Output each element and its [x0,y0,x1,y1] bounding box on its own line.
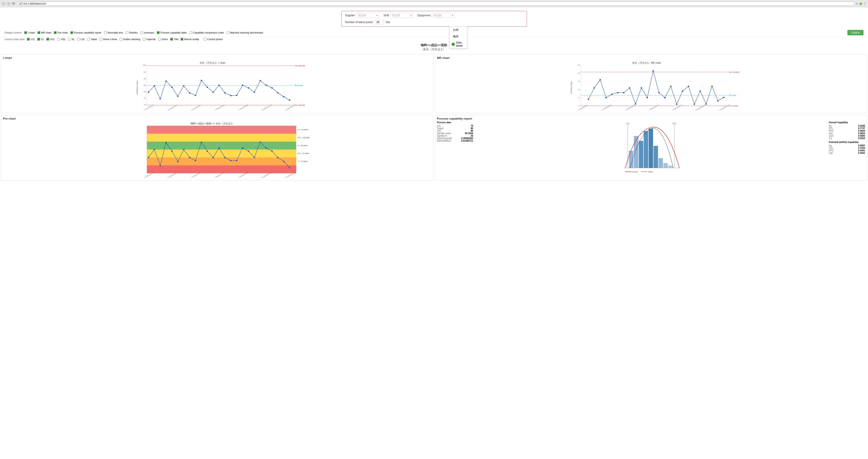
svg-text:20: 20 [578,72,580,74]
mr-chart-svg: 水分（万分之1）MR chart Moving range 25 20 15 [437,60,865,110]
svg-point-25 [154,85,155,87]
menu-icon[interactable]: ⋮ [864,2,866,5]
sample-n-val: 25 [457,135,473,137]
outlier-label: Outlier stacking [123,38,140,40]
usl-label-proc: USL [437,130,457,132]
number-label: Number of latest points [345,21,373,24]
back-button[interactable]: ← [2,2,5,5]
lcl-label: LCL [31,38,35,40]
shift-label: Shift [384,14,389,17]
pre-chart-checkbox[interactable] [54,31,57,34]
number-input[interactable]: 25 [375,20,384,25]
process-table-ctrl: Process capability table [157,31,187,34]
refresh-button[interactable]: ↻ [12,2,16,5]
lsl-checkbox[interactable] [77,38,80,40]
i-chart-ctrl: I chart [24,31,35,34]
ppk-label: Ppk [829,132,843,135]
svg-point-35 [213,91,214,93]
update-button[interactable]: Update [847,30,864,35]
value-checkbox[interactable] [87,38,90,40]
distrib-checkbox[interactable] [126,31,128,34]
svg-point-39 [236,95,238,96]
data-detail-checkbox[interactable] [452,43,455,46]
control-phase-checkbox[interactable] [204,38,207,40]
svg-point-86 [634,103,636,105]
pre-chart-panel: Pre chart 物料>>成品>>面粉 >> 水分（万分之1） [1,115,433,180]
svg-text:DLLY20240128 12: DLLY20240128 12 [213,104,225,110]
process-cap-ctrl: Process capability report [70,31,101,34]
svg-point-131 [195,160,196,161]
target-val: 80 [457,127,473,130]
zoom-checkbox[interactable] [158,38,161,40]
svg-point-130 [189,157,190,158]
mouse-tooltip-checkbox[interactable] [181,38,183,40]
stdev-within-val: 5.61465721 [457,140,473,142]
summary-checkbox[interactable] [140,31,143,34]
cl-checkbox[interactable] [37,38,40,40]
forward-button[interactable]: → [7,2,10,5]
usl-checkbox[interactable] [57,38,60,40]
ext-icon[interactable]: 🧩 [859,2,863,5]
svg-rect-164 [653,146,658,168]
sl-label: SL [71,38,74,40]
usl-label: USL [61,38,66,40]
svg-point-136 [224,157,226,158]
sl-checkbox[interactable] [68,38,71,40]
cpm-label: Cpm [829,135,843,137]
browser-toolbar: ☆ 🧩 ⋮ [856,2,866,5]
process-cap-checkbox[interactable] [70,31,73,34]
lsl-val: 70 [457,124,473,127]
lsl-label: LSL [437,124,457,127]
star-icon[interactable]: ☆ [856,2,858,5]
svg-text:90: 90 [144,78,146,80]
legends-checkbox[interactable] [143,38,145,40]
shift-group: Shift 请选择 白班 晚班 Data detail [384,13,413,18]
svg-point-79 [593,87,595,89]
ml-discrim-checkbox[interactable] [226,31,229,34]
browser-chrome: ← → ↻ 127.0.0.1:5001/item/119 ☆ 🧩 ⋮ [0,0,868,7]
svg-point-94 [682,90,683,92]
normality-checkbox[interactable] [104,31,107,34]
ucl-checkbox[interactable] [46,38,49,40]
i-chart-checkbox[interactable] [24,31,27,34]
svg-point-97 [700,90,701,92]
filter-row2: Number of latest points 25 Dat [345,20,523,25]
shift-option-night[interactable]: 晚班 [450,33,467,40]
capability-comp-checkbox[interactable] [189,31,192,34]
svg-text:M = 80.0000: M = 80.0000 [298,145,308,147]
lcl-checkbox[interactable] [27,38,30,40]
svg-text:GDZL20240201 20: GDZL20240201 20 [693,104,706,110]
svg-rect-161 [639,141,643,168]
svg-text:LSL: LSL [626,122,629,124]
svg-point-27 [165,80,167,82]
address-bar[interactable]: 127.0.0.1:5001/item/119 [17,2,855,6]
show-lines-checkbox[interactable] [99,38,102,40]
equipment-group: Equipment 请选择 [417,13,455,18]
svg-rect-162 [644,131,648,168]
supplier-select[interactable]: 请选择 [356,13,379,18]
process-table-checkbox[interactable] [157,31,160,34]
equipment-select[interactable]: 请选择 [432,13,455,18]
sub-title: 水分（万分之1） [2,47,866,51]
charts-grid: I chart 水分（万分之1）I chart Individual value [0,53,868,181]
mr-chart-checkbox[interactable] [38,31,40,34]
ppu-label: PPU [829,130,843,132]
cpl-val: 0.7433 [843,147,865,149]
pre-chart-title: Pre chart [3,117,431,120]
data-detail-label: Data detail [456,41,465,47]
svg-text:95: 95 [144,71,146,73]
svg-point-99 [711,86,713,87]
title-checkbox[interactable] [170,38,173,40]
ppl-label: PPL [829,127,843,130]
data-detail-option[interactable]: Data detail [450,40,467,48]
svg-point-85 [629,87,630,89]
usl-val: 90 [457,130,473,132]
ml-discrim-label: Machine learning discriminant [230,31,263,34]
svg-point-41 [248,87,249,89]
outlier-checkbox[interactable] [120,38,122,40]
svg-point-90 [658,92,659,93]
shift-select[interactable]: 请选择 [391,13,413,18]
display-content-label: Display content [4,31,22,34]
shift-option-day[interactable]: 白班 [450,27,467,33]
svg-text:PCl = 75.0000: PCl = 75.0000 [298,152,309,154]
